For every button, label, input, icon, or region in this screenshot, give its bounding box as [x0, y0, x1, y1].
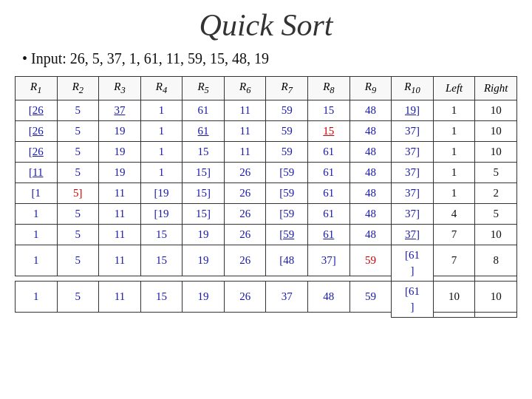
cell: 5 — [57, 224, 99, 245]
cell: 11 — [99, 203, 141, 224]
cell — [433, 276, 475, 281]
cell: 48 — [349, 162, 392, 183]
cell: 15] — [183, 162, 225, 183]
cell: 37] — [392, 141, 434, 162]
cell: 1 — [140, 141, 183, 162]
cell: [26 — [16, 141, 58, 162]
cell: 1 — [16, 224, 58, 245]
cell: 7 — [433, 245, 475, 276]
cell: 11 — [224, 120, 266, 141]
col-r7: R7 — [266, 77, 308, 100]
col-r2: R2 — [57, 77, 99, 100]
cell: 5 — [57, 100, 99, 120]
cell: 59 — [266, 141, 308, 162]
table-row: 1 5 11 15 19 26 [59 61 48 37] 7 10 — [16, 224, 517, 245]
cell: 1 — [433, 120, 475, 141]
cell: [19 — [140, 183, 183, 203]
cell: 15 — [140, 224, 183, 245]
cell: 37] — [392, 162, 434, 183]
cell: 1 — [433, 162, 475, 183]
cell: 37] — [392, 203, 434, 224]
cell: 26 — [224, 162, 266, 183]
col-r1: R1 — [16, 77, 58, 100]
cell: 11 — [99, 281, 141, 312]
cell: 5 — [57, 162, 99, 183]
cell: 37] — [308, 245, 350, 276]
cell: 59 — [266, 120, 308, 141]
table-row: 1 5 11 [19 15] 26 [59 61 48 37] 4 5 — [16, 203, 517, 224]
cell: 4 — [433, 203, 475, 224]
cell: 11 — [99, 245, 141, 276]
cell: 2 — [475, 183, 517, 203]
cell: 15] — [183, 203, 225, 224]
cell — [16, 276, 392, 281]
cell: 19 — [99, 120, 141, 141]
cell: 48 — [349, 120, 392, 141]
cell: 10 — [475, 120, 517, 141]
col-r5: R5 — [183, 77, 225, 100]
cell: 59 — [349, 281, 392, 312]
cell: 7 — [433, 224, 475, 245]
cell: 48 — [349, 224, 392, 245]
cell: 48 — [349, 203, 392, 224]
col-r8: R8 — [308, 77, 350, 100]
col-left: Left — [433, 77, 475, 100]
cell: [19 — [140, 203, 183, 224]
cell: 37] — [392, 120, 434, 141]
cell: 19 — [99, 162, 141, 183]
cell: 1 — [140, 162, 183, 183]
cell: [61] — [392, 281, 434, 317]
cell: 61 — [183, 120, 225, 141]
cell: 10 — [433, 281, 475, 312]
cell: 15 — [140, 281, 183, 312]
cell: 37] — [392, 224, 434, 245]
cell: 48 — [349, 141, 392, 162]
cell: 1 — [16, 203, 58, 224]
cell: 48 — [349, 100, 392, 120]
cell: 19 — [183, 245, 225, 276]
cell: 26 — [224, 183, 266, 203]
col-r6: R6 — [224, 77, 266, 100]
cell: 1 — [433, 183, 475, 203]
cell: [59 — [266, 162, 308, 183]
table-row: 1 5 11 15 19 26 37 48 59 [61] 10 10 — [16, 281, 517, 312]
cell: 10 — [475, 281, 517, 312]
quicksort-table: R1 R2 R3 R4 R5 R6 R7 R8 R9 R10 Left Righ… — [15, 76, 517, 318]
table-row: [11 5 19 1 15] 26 [59 61 48 37] 1 5 — [16, 162, 517, 183]
cell: 10 — [475, 141, 517, 162]
cell: [61] — [392, 245, 434, 281]
col-r9: R9 — [349, 77, 392, 100]
col-r10: R10 — [392, 77, 434, 100]
table-row: [26 5 19 1 15 11 59 61 48 37] 1 10 — [16, 141, 517, 162]
cell: 19] — [392, 100, 434, 120]
cell: 1 — [16, 245, 58, 276]
cell: 19 — [183, 224, 225, 245]
cell: 26 — [224, 224, 266, 245]
cell: 19 — [183, 281, 225, 312]
cell: [59 — [266, 183, 308, 203]
cell: 5 — [57, 120, 99, 141]
cell: 37 — [99, 100, 141, 120]
cell: 5 — [57, 203, 99, 224]
cell: 11 — [99, 224, 141, 245]
cell: 15 — [308, 100, 350, 120]
table-row: [26 5 37 1 61 11 59 15 48 19] 1 10 — [16, 100, 517, 120]
col-r3: R3 — [99, 77, 141, 100]
cell: 15] — [183, 183, 225, 203]
cell: 61 — [308, 162, 350, 183]
cell: 1 — [433, 100, 475, 120]
cell: [11 — [16, 162, 58, 183]
subtitle: • Input: 26, 5, 37, 1, 61, 11, 59, 15, 4… — [15, 50, 517, 67]
cell: 26 — [224, 281, 266, 312]
cell: 48 — [308, 281, 350, 312]
cell: 11 — [99, 183, 141, 203]
cell: 5 — [475, 203, 517, 224]
cell: 5 — [57, 141, 99, 162]
cell: 26 — [224, 245, 266, 276]
cell: 10 — [475, 224, 517, 245]
table-header: R1 R2 R3 R4 R5 R6 R7 R8 R9 R10 Left Righ… — [16, 77, 517, 100]
cell: 37] — [392, 183, 434, 203]
cell: [59 — [266, 224, 308, 245]
cell: [26 — [16, 120, 58, 141]
table-row: [1 5] 11 [19 15] 26 [59 61 48 37] 1 2 — [16, 183, 517, 203]
